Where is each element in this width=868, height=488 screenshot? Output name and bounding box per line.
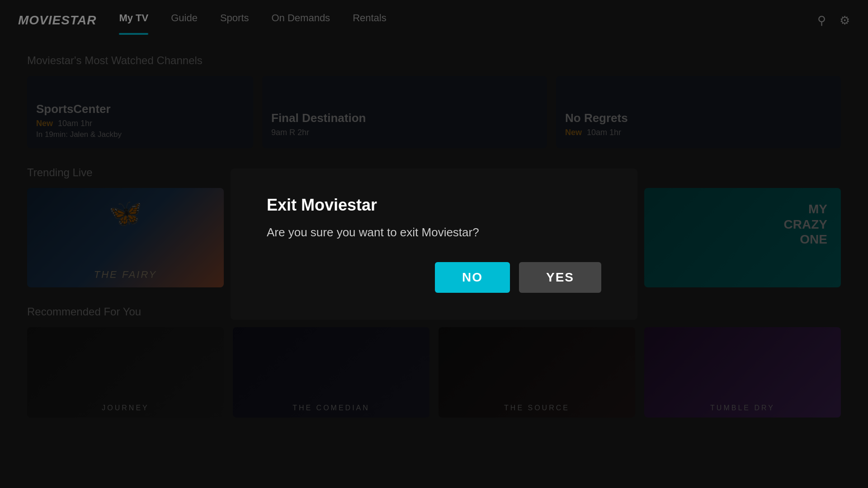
no-button[interactable]: NO <box>435 262 510 293</box>
modal-message: Are you sure you want to exit Moviestar? <box>267 225 601 239</box>
exit-modal: Exit Moviestar Are you sure you want to … <box>231 169 637 320</box>
yes-button[interactable]: YES <box>519 262 601 293</box>
modal-buttons: NO YES <box>267 262 601 293</box>
modal-title: Exit Moviestar <box>267 196 601 215</box>
modal-overlay: Exit Moviestar Are you sure you want to … <box>0 0 868 488</box>
